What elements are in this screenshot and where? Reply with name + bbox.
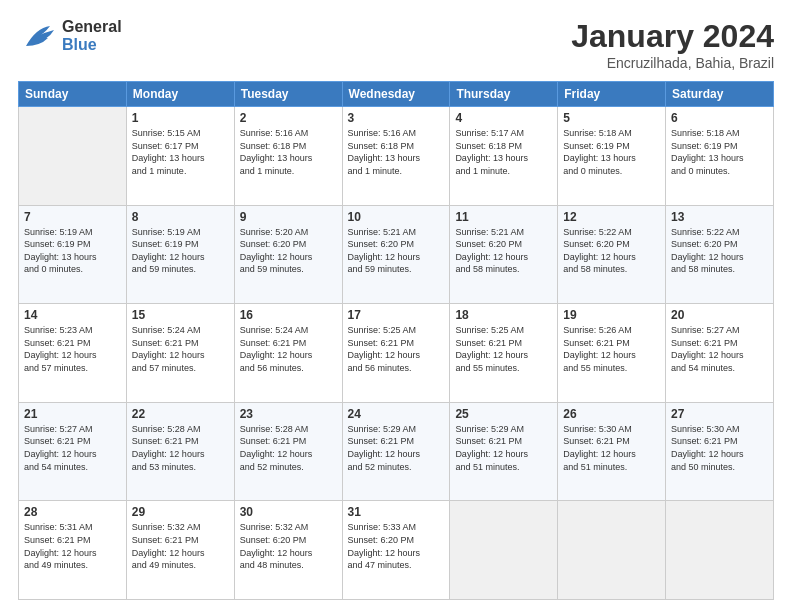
day-info: Sunrise: 5:15 AM Sunset: 6:17 PM Dayligh…	[132, 127, 229, 177]
table-row: 25Sunrise: 5:29 AM Sunset: 6:21 PM Dayli…	[450, 402, 558, 501]
day-info: Sunrise: 5:27 AM Sunset: 6:21 PM Dayligh…	[24, 423, 121, 473]
table-row: 9Sunrise: 5:20 AM Sunset: 6:20 PM Daylig…	[234, 205, 342, 304]
header-sunday: Sunday	[19, 82, 127, 107]
day-number: 22	[132, 407, 229, 421]
calendar-week-5: 28Sunrise: 5:31 AM Sunset: 6:21 PM Dayli…	[19, 501, 774, 600]
logo-general-text: General	[62, 18, 122, 36]
table-row: 21Sunrise: 5:27 AM Sunset: 6:21 PM Dayli…	[19, 402, 127, 501]
day-number: 1	[132, 111, 229, 125]
table-row: 30Sunrise: 5:32 AM Sunset: 6:20 PM Dayli…	[234, 501, 342, 600]
table-row: 29Sunrise: 5:32 AM Sunset: 6:21 PM Dayli…	[126, 501, 234, 600]
day-number: 4	[455, 111, 552, 125]
day-info: Sunrise: 5:22 AM Sunset: 6:20 PM Dayligh…	[563, 226, 660, 276]
table-row: 18Sunrise: 5:25 AM Sunset: 6:21 PM Dayli…	[450, 304, 558, 403]
day-number: 24	[348, 407, 445, 421]
day-number: 11	[455, 210, 552, 224]
table-row: 1Sunrise: 5:15 AM Sunset: 6:17 PM Daylig…	[126, 107, 234, 206]
header-monday: Monday	[126, 82, 234, 107]
day-number: 12	[563, 210, 660, 224]
header-wednesday: Wednesday	[342, 82, 450, 107]
calendar-week-3: 14Sunrise: 5:23 AM Sunset: 6:21 PM Dayli…	[19, 304, 774, 403]
calendar-header-row: Sunday Monday Tuesday Wednesday Thursday…	[19, 82, 774, 107]
table-row: 17Sunrise: 5:25 AM Sunset: 6:21 PM Dayli…	[342, 304, 450, 403]
day-number: 27	[671, 407, 768, 421]
header: General Blue January 2024 Encruzilhada, …	[18, 18, 774, 71]
day-number: 2	[240, 111, 337, 125]
day-info: Sunrise: 5:19 AM Sunset: 6:19 PM Dayligh…	[24, 226, 121, 276]
table-row: 6Sunrise: 5:18 AM Sunset: 6:19 PM Daylig…	[666, 107, 774, 206]
day-info: Sunrise: 5:25 AM Sunset: 6:21 PM Dayligh…	[455, 324, 552, 374]
day-number: 20	[671, 308, 768, 322]
day-info: Sunrise: 5:27 AM Sunset: 6:21 PM Dayligh…	[671, 324, 768, 374]
day-number: 30	[240, 505, 337, 519]
title-section: January 2024 Encruzilhada, Bahia, Brazil	[571, 18, 774, 71]
day-info: Sunrise: 5:33 AM Sunset: 6:20 PM Dayligh…	[348, 521, 445, 571]
header-friday: Friday	[558, 82, 666, 107]
page: General Blue January 2024 Encruzilhada, …	[0, 0, 792, 612]
day-info: Sunrise: 5:32 AM Sunset: 6:20 PM Dayligh…	[240, 521, 337, 571]
day-info: Sunrise: 5:23 AM Sunset: 6:21 PM Dayligh…	[24, 324, 121, 374]
day-number: 3	[348, 111, 445, 125]
day-info: Sunrise: 5:18 AM Sunset: 6:19 PM Dayligh…	[671, 127, 768, 177]
day-info: Sunrise: 5:31 AM Sunset: 6:21 PM Dayligh…	[24, 521, 121, 571]
day-info: Sunrise: 5:29 AM Sunset: 6:21 PM Dayligh…	[348, 423, 445, 473]
header-thursday: Thursday	[450, 82, 558, 107]
table-row: 4Sunrise: 5:17 AM Sunset: 6:18 PM Daylig…	[450, 107, 558, 206]
table-row: 14Sunrise: 5:23 AM Sunset: 6:21 PM Dayli…	[19, 304, 127, 403]
calendar-week-4: 21Sunrise: 5:27 AM Sunset: 6:21 PM Dayli…	[19, 402, 774, 501]
location-subtitle: Encruzilhada, Bahia, Brazil	[571, 55, 774, 71]
day-info: Sunrise: 5:19 AM Sunset: 6:19 PM Dayligh…	[132, 226, 229, 276]
day-info: Sunrise: 5:22 AM Sunset: 6:20 PM Dayligh…	[671, 226, 768, 276]
calendar-table: Sunday Monday Tuesday Wednesday Thursday…	[18, 81, 774, 600]
table-row: 2Sunrise: 5:16 AM Sunset: 6:18 PM Daylig…	[234, 107, 342, 206]
day-number: 31	[348, 505, 445, 519]
day-number: 28	[24, 505, 121, 519]
day-info: Sunrise: 5:26 AM Sunset: 6:21 PM Dayligh…	[563, 324, 660, 374]
day-info: Sunrise: 5:20 AM Sunset: 6:20 PM Dayligh…	[240, 226, 337, 276]
day-info: Sunrise: 5:18 AM Sunset: 6:19 PM Dayligh…	[563, 127, 660, 177]
day-number: 26	[563, 407, 660, 421]
table-row: 8Sunrise: 5:19 AM Sunset: 6:19 PM Daylig…	[126, 205, 234, 304]
table-row: 10Sunrise: 5:21 AM Sunset: 6:20 PM Dayli…	[342, 205, 450, 304]
day-info: Sunrise: 5:28 AM Sunset: 6:21 PM Dayligh…	[240, 423, 337, 473]
month-title: January 2024	[571, 18, 774, 55]
day-number: 25	[455, 407, 552, 421]
table-row: 20Sunrise: 5:27 AM Sunset: 6:21 PM Dayli…	[666, 304, 774, 403]
header-tuesday: Tuesday	[234, 82, 342, 107]
day-info: Sunrise: 5:32 AM Sunset: 6:21 PM Dayligh…	[132, 521, 229, 571]
table-row: 27Sunrise: 5:30 AM Sunset: 6:21 PM Dayli…	[666, 402, 774, 501]
day-info: Sunrise: 5:16 AM Sunset: 6:18 PM Dayligh…	[240, 127, 337, 177]
day-info: Sunrise: 5:17 AM Sunset: 6:18 PM Dayligh…	[455, 127, 552, 177]
calendar-week-2: 7Sunrise: 5:19 AM Sunset: 6:19 PM Daylig…	[19, 205, 774, 304]
table-row: 28Sunrise: 5:31 AM Sunset: 6:21 PM Dayli…	[19, 501, 127, 600]
table-row	[558, 501, 666, 600]
day-number: 6	[671, 111, 768, 125]
day-number: 29	[132, 505, 229, 519]
day-number: 19	[563, 308, 660, 322]
logo-label: General Blue	[62, 18, 122, 53]
table-row: 15Sunrise: 5:24 AM Sunset: 6:21 PM Dayli…	[126, 304, 234, 403]
table-row: 23Sunrise: 5:28 AM Sunset: 6:21 PM Dayli…	[234, 402, 342, 501]
day-number: 14	[24, 308, 121, 322]
day-number: 5	[563, 111, 660, 125]
day-info: Sunrise: 5:25 AM Sunset: 6:21 PM Dayligh…	[348, 324, 445, 374]
day-number: 18	[455, 308, 552, 322]
table-row: 7Sunrise: 5:19 AM Sunset: 6:19 PM Daylig…	[19, 205, 127, 304]
day-info: Sunrise: 5:21 AM Sunset: 6:20 PM Dayligh…	[348, 226, 445, 276]
day-number: 23	[240, 407, 337, 421]
day-info: Sunrise: 5:29 AM Sunset: 6:21 PM Dayligh…	[455, 423, 552, 473]
table-row: 11Sunrise: 5:21 AM Sunset: 6:20 PM Dayli…	[450, 205, 558, 304]
day-number: 17	[348, 308, 445, 322]
day-info: Sunrise: 5:24 AM Sunset: 6:21 PM Dayligh…	[132, 324, 229, 374]
day-number: 8	[132, 210, 229, 224]
table-row: 26Sunrise: 5:30 AM Sunset: 6:21 PM Dayli…	[558, 402, 666, 501]
day-number: 9	[240, 210, 337, 224]
table-row: 5Sunrise: 5:18 AM Sunset: 6:19 PM Daylig…	[558, 107, 666, 206]
day-number: 21	[24, 407, 121, 421]
table-row	[19, 107, 127, 206]
day-number: 7	[24, 210, 121, 224]
table-row: 24Sunrise: 5:29 AM Sunset: 6:21 PM Dayli…	[342, 402, 450, 501]
calendar-week-1: 1Sunrise: 5:15 AM Sunset: 6:17 PM Daylig…	[19, 107, 774, 206]
table-row: 3Sunrise: 5:16 AM Sunset: 6:18 PM Daylig…	[342, 107, 450, 206]
logo-icon	[18, 18, 58, 54]
